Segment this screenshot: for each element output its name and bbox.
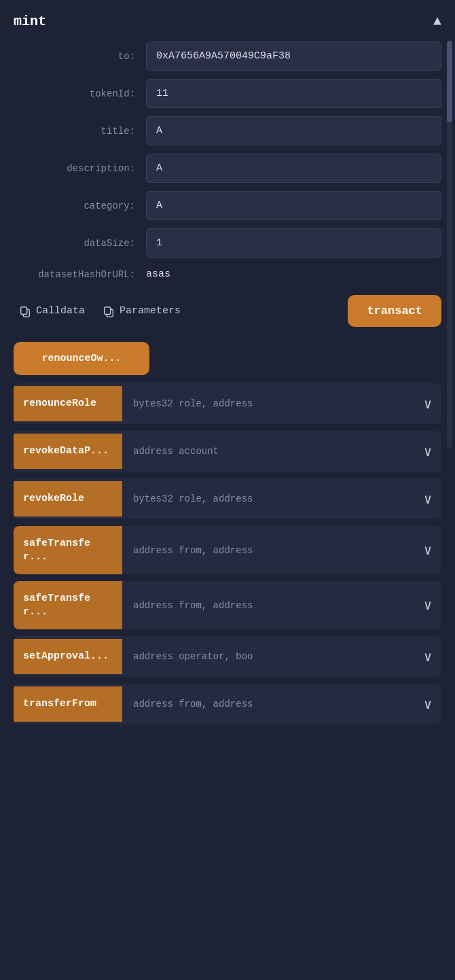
copy-icon-2: [103, 305, 115, 317]
field-label-0: to:: [14, 51, 146, 62]
func-item-4: safeTransfer...address from, address∨: [14, 581, 441, 629]
svg-rect-1: [21, 307, 27, 314]
func-params-5: address operator, boo: [122, 651, 414, 662]
field-value-5[interactable]: 1: [146, 228, 441, 258]
renounce-owner-label: renounceOw...: [41, 353, 121, 364]
calldata-label: Calldata: [36, 305, 85, 317]
dataset-row: datasetHashOrURL: asas: [14, 266, 441, 283]
func-btn-0[interactable]: renounceRole: [14, 386, 122, 421]
scrollbar-thumb[interactable]: [447, 41, 452, 122]
func-item-1: revokeDataP...address account∨: [14, 431, 441, 472]
scrollbar-track[interactable]: [447, 41, 452, 449]
func-item-6: transferFromaddress from, address∨: [14, 684, 441, 724]
func-btn-6[interactable]: transferFrom: [14, 686, 122, 722]
field-value-1[interactable]: 11: [146, 79, 441, 108]
func-item-3: safeTransfer...address from, address∨: [14, 526, 441, 574]
transact-button[interactable]: transact: [348, 295, 441, 327]
parameters-label: Parameters: [120, 305, 181, 317]
func-chevron-0[interactable]: ∨: [414, 396, 441, 413]
functions-list: renounceRolebytes32 role, address∨revoke…: [14, 383, 441, 724]
parameters-button[interactable]: Parameters: [97, 301, 186, 321]
func-item-2: revokeRolebytes32 role, address∨: [14, 478, 441, 519]
func-chevron-2[interactable]: ∨: [414, 491, 441, 508]
collapse-icon[interactable]: ▲: [433, 14, 441, 29]
field-label-1: tokenId:: [14, 88, 146, 99]
form-row-5: dataSize:1: [14, 228, 441, 258]
field-value-2[interactable]: A: [146, 116, 441, 145]
func-item-0: renounceRolebytes32 role, address∨: [14, 383, 441, 424]
func-chevron-4[interactable]: ∨: [414, 597, 441, 614]
func-params-4: address from, address: [122, 600, 414, 611]
func-btn-4[interactable]: safeTransfer...: [14, 581, 122, 629]
form-fields: to:0xA7656A9A570049C9aF38tokenId:11title…: [14, 41, 441, 258]
func-params-6: address from, address: [122, 699, 414, 710]
func-params-1: address account: [122, 446, 414, 457]
func-params-0: bytes32 role, address: [122, 398, 414, 409]
dataset-label: datasetHashOrURL:: [14, 269, 146, 280]
field-label-5: dataSize:: [14, 238, 146, 249]
func-chevron-3[interactable]: ∨: [414, 542, 441, 559]
calldata-button[interactable]: Calldata: [14, 301, 90, 321]
func-chevron-1[interactable]: ∨: [414, 443, 441, 460]
field-value-0[interactable]: 0xA7656A9A570049C9aF38: [146, 41, 441, 71]
header-row: mint ▲: [14, 7, 441, 41]
transact-label: transact: [367, 304, 422, 317]
func-btn-2[interactable]: revokeRole: [14, 481, 122, 517]
svg-rect-3: [105, 307, 111, 314]
func-item-5: setApproval...address operator, boo∨: [14, 636, 441, 677]
form-row-3: description:A: [14, 154, 441, 183]
func-chevron-5[interactable]: ∨: [414, 648, 441, 665]
func-btn-5[interactable]: setApproval...: [14, 639, 122, 674]
func-params-3: address from, address: [122, 545, 414, 556]
form-row-0: to:0xA7656A9A570049C9aF38: [14, 41, 441, 71]
func-params-2: bytes32 role, address: [122, 493, 414, 504]
dataset-value: asas: [146, 266, 441, 283]
func-btn-1[interactable]: revokeDataP...: [14, 434, 122, 469]
form-row-4: category:A: [14, 191, 441, 220]
field-label-3: description:: [14, 163, 146, 174]
field-label-4: category:: [14, 200, 146, 211]
field-value-3[interactable]: A: [146, 154, 441, 183]
field-value-4[interactable]: A: [146, 191, 441, 220]
form-row-1: tokenId:11: [14, 79, 441, 108]
form-row-2: title:A: [14, 116, 441, 145]
copy-icon: [19, 305, 31, 317]
func-chevron-6[interactable]: ∨: [414, 696, 441, 713]
renounce-owner-button[interactable]: renounceOw...: [14, 342, 149, 375]
page-title: mint: [14, 14, 46, 29]
func-btn-3[interactable]: safeTransfer...: [14, 526, 122, 574]
field-label-2: title:: [14, 126, 146, 137]
action-row: Calldata Parameters transact: [14, 295, 441, 327]
